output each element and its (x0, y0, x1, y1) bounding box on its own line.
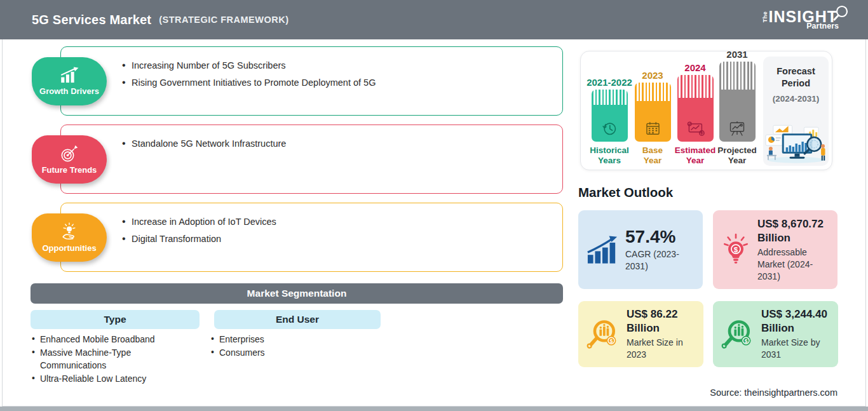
card-label: Market Size by 2031 (761, 337, 830, 361)
future-trends-badge: Future Trends (32, 135, 107, 184)
magnifier-chart-icon: $ (721, 318, 754, 350)
opportunities-box: Increase in Adoption of IoT Devices Digi… (60, 203, 563, 272)
target-dart-icon (60, 144, 79, 163)
magnifier-icon (832, 5, 849, 22)
forecast-range: (2024-2031) (763, 94, 829, 104)
badge-label: Growth Drivers (39, 86, 99, 96)
growth-chart-icon (58, 67, 80, 84)
timeline-bar (592, 90, 628, 142)
card-label: CAGR (2023-2031) (625, 248, 695, 273)
badge-label: Opportunities (42, 243, 96, 253)
bar-stripes (677, 75, 714, 98)
year-label: 2024 (684, 62, 705, 73)
card-label: Market Size in 2023 (627, 337, 695, 361)
future-trends-box: Standalone 5G Network Infrastructure Fut… (60, 125, 563, 194)
bar-label: HistoricalYears (590, 145, 629, 166)
svg-text:$: $ (734, 246, 738, 253)
list-item: Consumers (211, 346, 338, 360)
year-label: 2021-2022 (587, 77, 632, 88)
market-size-2023-card: $ US$ 86.22 Billion Market Size in 2023 (578, 301, 703, 367)
svg-text:$: $ (745, 338, 748, 344)
market-outlook-title: Market Outlook (578, 185, 673, 200)
bullet-item: Increasing Number of 5G Subscribers (122, 60, 543, 71)
infographic-page: 5G Services Market (STRATEGIC FRAMEWORK)… (0, 0, 868, 411)
bulb-hand-icon (60, 222, 79, 241)
calendar-icon (644, 120, 661, 137)
growth-drivers-box: Increasing Number of 5G Subscribers Risi… (60, 46, 563, 116)
forecast-title: ForecastPeriod (763, 65, 829, 90)
source-text: Source: theinsightpartners.com (710, 387, 837, 398)
market-size-2031-card: $ US$ 3,244.40 Billion Market Size by 20… (713, 301, 838, 367)
page-subtitle: (STRATEGIC FRAMEWORK) (159, 15, 288, 25)
logo-the-text: The (763, 11, 768, 23)
segment-list-type: Enhanced Mobile Broadband Massive Machin… (32, 333, 159, 385)
header-bar: 5G Services Market (STRATEGIC FRAMEWORK)… (0, 0, 868, 39)
opportunities-badge: Opportunities (32, 213, 107, 262)
bar-solid (719, 90, 756, 142)
logo-partners-text: Partners (806, 22, 839, 30)
bullet-item: Digital Transformation (122, 234, 543, 244)
segment-list-enduser: Enterprises Consumers (211, 333, 338, 359)
future-trends-list: Standalone 5G Network Infrastructure (61, 125, 562, 149)
bar-stripes (635, 83, 671, 101)
list-item: Enterprises (211, 333, 338, 346)
timeline-bar (677, 75, 714, 142)
bar-solid (635, 101, 671, 142)
year-label: 2031 (726, 49, 747, 60)
badge-label: Future Trends (42, 165, 97, 175)
bar-stripes (719, 62, 756, 90)
list-item: Massive Machine-Type Communications (32, 346, 159, 372)
year-label: 2023 (642, 70, 663, 81)
magnifier-chart-icon: $ (587, 318, 620, 350)
bar-label: ProjectedYear (717, 145, 757, 166)
estimate-chart-icon (685, 121, 705, 137)
card-value: US$ 86.22 Billion (627, 307, 695, 335)
timeline-bar (635, 83, 671, 142)
analytics-illustration (764, 125, 827, 164)
timeline-bar (719, 62, 756, 142)
cagr-growth-icon (587, 236, 618, 264)
bullet-item: Rising Government Initiatives to Promote… (122, 77, 543, 88)
addressable-market-card: $ US$ 8,670.72 Billion Addressable Marke… (713, 210, 837, 289)
list-item: Ultra-Reliable Low Latency (32, 372, 159, 386)
timeline-bar-historical: 2021-2022 HistoricalYears (589, 77, 630, 166)
market-segmentation-bar: Market Segmentation (31, 283, 563, 304)
bullet-item: Standalone 5G Network Infrastructure (122, 138, 543, 149)
list-item: Enhanced Mobile Broadband (32, 333, 159, 346)
svg-text:$: $ (610, 338, 613, 344)
segment-header-enduser: End User (214, 310, 381, 329)
segment-header-type: Type (31, 310, 200, 329)
timeline-panel: 2021-2022 HistoricalYears 2023 (580, 51, 832, 170)
card-value: US$ 3,244.40 Billion (761, 307, 830, 335)
growth-drivers-badge: Growth Drivers (32, 57, 107, 105)
history-clock-icon (600, 119, 618, 137)
page-title: 5G Services Market (32, 13, 151, 27)
card-value: 57.4% (625, 227, 695, 247)
timeline-bar-projected: 2031 ProjectedYear (717, 49, 757, 166)
cagr-card: 57.4% CAGR (2023-2031) (578, 210, 703, 289)
bar-stripes (592, 90, 628, 105)
timeline-bar-base: 2023 (632, 70, 673, 166)
timeline-bar-estimated: 2024 EstimatedYear (675, 62, 715, 166)
growth-drivers-list: Increasing Number of 5G Subscribers Risi… (61, 47, 562, 88)
card-value: US$ 8,670.72 Billion (757, 217, 829, 245)
opportunities-list: Increase in Adoption of IoT Devices Digi… (61, 203, 562, 244)
bullet-item: Increase in Adoption of IoT Devices (122, 217, 543, 227)
forecast-period-box: ForecastPeriod (2024-2031) (763, 57, 829, 166)
bulb-dollar-icon: $ (721, 232, 750, 267)
bar-label: BaseYear (642, 145, 663, 166)
bar-solid (677, 98, 714, 142)
bar-label: EstimatedYear (675, 145, 716, 166)
projection-screen-icon (728, 121, 747, 137)
insight-partners-logo: The INSIGHT Partners (760, 9, 849, 30)
bottom-strip (0, 407, 868, 411)
bar-solid (592, 105, 628, 142)
card-label: Addressable Market (2024-2031) (757, 246, 829, 283)
